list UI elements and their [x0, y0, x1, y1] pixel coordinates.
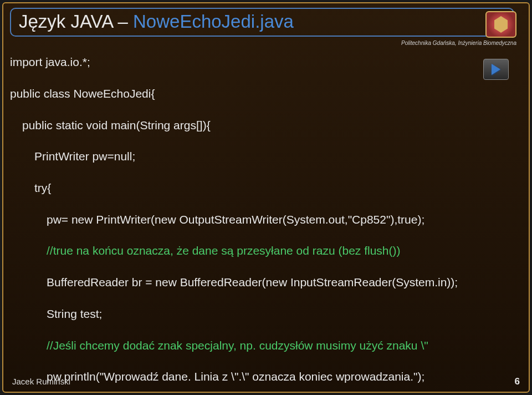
university-logo-icon [485, 11, 516, 38]
code-block: import java.io.*; public class NoweEchoJ… [10, 39, 522, 395]
code-line: public static void main(String args[]){ [22, 118, 522, 133]
affiliation-text: Politechnika Gdańska, Inżynieria Biomedy… [401, 40, 516, 46]
code-line: String test; [47, 306, 522, 322]
footer-author: Jacek Rumiński [12, 377, 70, 386]
slide-title: Język JAVA – NoweEchoJedi.java [19, 11, 294, 32]
code-line: pw= new PrintWriter(new OutputStreamWrit… [47, 212, 522, 227]
code-comment: //true na końcu oznacza, że dane są prze… [47, 243, 522, 259]
code-line: BufferedReader br = new BufferedReader(n… [47, 275, 522, 290]
title-static: Język JAVA – [19, 11, 133, 32]
code-line: import java.io.*; [10, 54, 522, 70]
code-line: PrintWriter pw=null; [34, 149, 522, 164]
page-number: 6 [515, 376, 520, 387]
code-line: public class NoweEchoJedi{ [10, 86, 522, 102]
header-right: Politechnika Gdańska, Inżynieria Biomedy… [401, 11, 516, 46]
slide-frame: Politechnika Gdańska, Inżynieria Biomedy… [2, 2, 530, 393]
play-button[interactable] [483, 59, 509, 80]
code-comment: //Jeśli chcemy dodać znak specjalny, np.… [47, 338, 522, 353]
footer: Jacek Rumiński 6 [12, 376, 520, 387]
code-line: try{ [34, 180, 522, 196]
title-filename: NoweEchoJedi.java [133, 11, 294, 32]
